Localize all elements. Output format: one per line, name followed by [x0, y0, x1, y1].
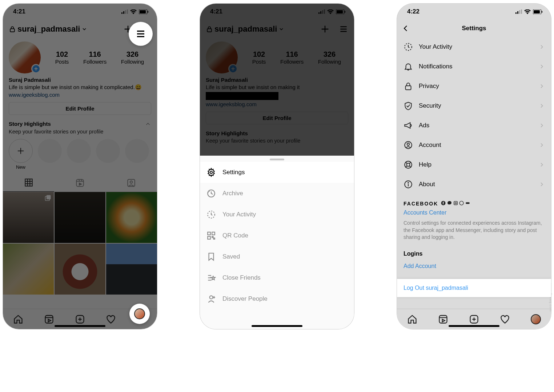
- tab-reels[interactable]: [54, 174, 105, 192]
- stat-posts[interactable]: 102Posts: [55, 50, 69, 65]
- tab-grid[interactable]: [3, 174, 54, 192]
- wifi-icon: [524, 9, 531, 14]
- add-nav-icon[interactable]: [75, 314, 85, 324]
- heart-icon[interactable]: [106, 314, 116, 324]
- highlights-title: Story Highlights: [9, 121, 51, 127]
- cellular-icon: [515, 9, 522, 14]
- add-nav-icon[interactable]: [469, 314, 479, 324]
- home-icon[interactable]: [407, 314, 417, 324]
- settings-item-notifications[interactable]: Notifications: [397, 57, 551, 76]
- svg-rect-25: [128, 179, 135, 187]
- settings-item-ads[interactable]: Ads: [397, 116, 551, 135]
- activity-icon: [206, 210, 216, 219]
- sheet-item-archive[interactable]: Archive: [200, 183, 354, 204]
- sheet-item-activity[interactable]: Your Activity: [200, 204, 354, 225]
- svg-point-76: [407, 143, 410, 146]
- highlight-placeholder: [96, 139, 120, 170]
- sheet-item-discover[interactable]: Discover People: [200, 288, 354, 309]
- back-chevron-icon[interactable]: [401, 24, 410, 33]
- svg-rect-87: [454, 201, 457, 205]
- stat-followers[interactable]: 116Followers: [83, 50, 107, 65]
- bookmark-icon: [206, 252, 216, 261]
- logout-link[interactable]: Log Out suraj_padmasali: [397, 279, 551, 297]
- svg-rect-68: [519, 10, 520, 14]
- lock-icon: [404, 81, 413, 91]
- stat-following[interactable]: 326Following: [121, 50, 144, 65]
- svg-rect-2: [125, 10, 126, 14]
- sheet-item-close-friends[interactable]: Close Friends: [200, 267, 354, 288]
- svg-rect-5: [140, 10, 146, 13]
- avatar-icon: [134, 308, 145, 319]
- add-account-link[interactable]: Add Account: [397, 258, 551, 275]
- battery-icon: [139, 9, 148, 14]
- discover-icon: [206, 294, 216, 304]
- tab-tagged[interactable]: [106, 174, 157, 192]
- reels-nav-icon[interactable]: [438, 314, 448, 324]
- svg-rect-57: [212, 236, 213, 237]
- highlight-placeholder: [38, 139, 62, 170]
- highlights-header[interactable]: Story Highlights: [3, 121, 157, 129]
- svg-rect-66: [515, 12, 517, 14]
- settings-item-security[interactable]: Security: [397, 96, 551, 116]
- settings-item-privacy[interactable]: Privacy: [397, 76, 551, 96]
- settings-list: Your Activity Notifications Privacy Secu…: [397, 37, 551, 194]
- svg-rect-67: [517, 11, 518, 14]
- sheet-label: Close Friends: [222, 274, 261, 281]
- chevron-right-icon: [539, 181, 545, 187]
- reels-nav-icon[interactable]: [44, 314, 54, 324]
- settings-label: Privacy: [419, 83, 439, 90]
- profile-nav-icon[interactable]: [531, 314, 541, 324]
- post-thumbnail[interactable]: [55, 192, 105, 243]
- svg-rect-6: [148, 11, 148, 13]
- accounts-center-desc: Control settings for connected experienc…: [404, 220, 545, 241]
- settings-item-about[interactable]: About: [397, 175, 551, 194]
- battery-icon: [533, 9, 542, 14]
- add-story-plus-icon[interactable]: +: [31, 64, 41, 73]
- svg-point-26: [130, 181, 133, 183]
- sheet-item-qr[interactable]: QR Code: [200, 225, 354, 246]
- archive-icon: [206, 189, 216, 198]
- post-thumbnail[interactable]: [55, 244, 105, 295]
- sheet-item-saved[interactable]: Saved: [200, 246, 354, 267]
- highlight-placeholder: [67, 139, 91, 170]
- facebook-app-icons: [441, 201, 470, 207]
- home-icon[interactable]: [13, 314, 23, 324]
- sheet-handle[interactable]: [270, 159, 284, 160]
- sheet-item-settings[interactable]: Settings: [200, 162, 354, 183]
- gear-icon: [206, 168, 216, 177]
- settings-item-help[interactable]: Help: [397, 155, 551, 175]
- svg-rect-7: [10, 29, 15, 32]
- svg-point-78: [407, 163, 410, 167]
- status-bar: 4:21: [3, 4, 157, 20]
- svg-rect-27: [47, 195, 51, 199]
- menu-sheet: Settings Archive Your Activity QR Code S…: [200, 156, 354, 329]
- hamburger-icon: [135, 28, 146, 39]
- highlight-new[interactable]: New: [9, 139, 33, 170]
- bio-name: Suraj Padmasali: [9, 76, 151, 84]
- username-dropdown[interactable]: suraj_padmasali: [9, 24, 87, 34]
- status-bar: 4:22: [397, 4, 551, 20]
- grid-icon: [24, 178, 33, 187]
- post-thumbnail[interactable]: [106, 244, 157, 295]
- hamburger-button-highlight[interactable]: [129, 22, 153, 46]
- avatar[interactable]: +: [9, 41, 41, 73]
- svg-rect-58: [214, 238, 215, 239]
- status-indicators: [121, 9, 148, 14]
- settings-item-account[interactable]: Account: [397, 135, 551, 155]
- settings-item-activity[interactable]: Your Activity: [397, 37, 551, 57]
- sheet-label: Discover People: [222, 295, 268, 303]
- edit-profile-button[interactable]: Edit Profile: [9, 102, 151, 115]
- post-thumbnail[interactable]: [3, 192, 54, 243]
- heart-icon[interactable]: [500, 314, 510, 324]
- svg-rect-72: [542, 11, 542, 13]
- post-thumbnail[interactable]: [106, 192, 157, 243]
- phone-screen-2: 4:21 suraj_padmasali +: [200, 4, 354, 329]
- settings-label: Notifications: [419, 63, 453, 70]
- svg-point-89: [459, 201, 463, 205]
- bio-link[interactable]: www.igeeksblog.com: [9, 91, 151, 99]
- reels-icon: [75, 178, 85, 188]
- profile-nav-highlight[interactable]: [129, 304, 150, 324]
- instagram-icon: [453, 201, 458, 205]
- post-thumbnail[interactable]: [3, 244, 54, 295]
- accounts-center-link[interactable]: Accounts Center: [404, 209, 545, 216]
